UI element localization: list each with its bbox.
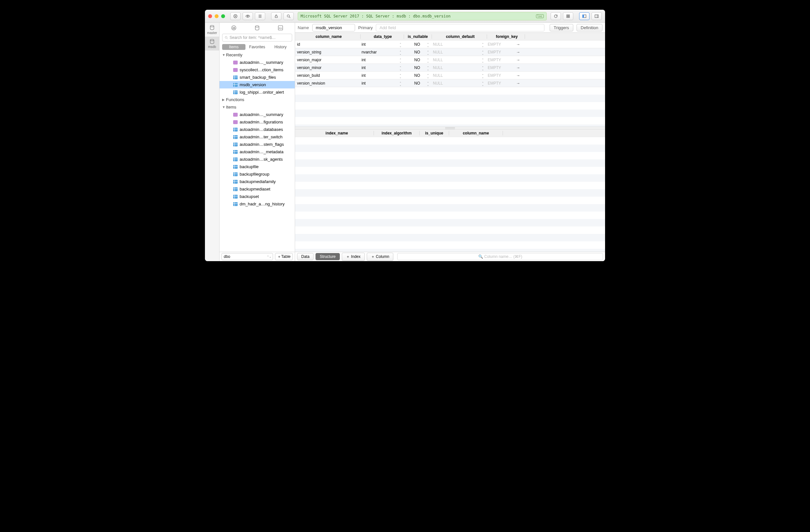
col-h-name[interactable]: column_name xyxy=(295,34,360,39)
column-row[interactable]: version_majorintNONULLEMPTY xyxy=(295,56,605,64)
col-h-nullable[interactable]: is_nullable xyxy=(404,34,432,39)
idx-h-algo[interactable]: index_algorithm xyxy=(374,131,420,135)
default-cell[interactable]: NULL xyxy=(431,50,486,54)
fk-cell[interactable]: EMPTY xyxy=(486,65,523,70)
type-cell[interactable]: int xyxy=(360,73,403,78)
add-index-button[interactable]: ＋ Index xyxy=(342,253,365,261)
type-cell[interactable]: int xyxy=(360,65,403,70)
database-icon[interactable] xyxy=(254,24,260,31)
group-items[interactable]: ▼Items xyxy=(220,103,295,111)
nullable-cell[interactable]: NO xyxy=(403,65,431,70)
type-cell[interactable]: int xyxy=(360,81,403,85)
recent-item[interactable]: msdb_version xyxy=(220,81,295,88)
minimize-window[interactable] xyxy=(215,14,218,18)
list-item[interactable]: backupfile xyxy=(220,163,295,170)
zoom-window[interactable] xyxy=(221,14,225,18)
list-icon[interactable] xyxy=(255,12,265,20)
nullable-cell[interactable]: NO xyxy=(403,42,431,47)
plug-icon[interactable] xyxy=(230,24,237,31)
idx-h-unique[interactable]: is_unique xyxy=(420,131,449,135)
recent-item[interactable]: autoadmin…_summary xyxy=(220,59,295,66)
column-row[interactable]: version_minorintNONULLEMPTY xyxy=(295,64,605,72)
add-column-button[interactable]: ＋ Column xyxy=(367,253,394,261)
list-item[interactable]: backupmediaset xyxy=(220,185,295,193)
group-recently[interactable]: ▼Recently xyxy=(220,51,295,59)
name-input[interactable]: msdb_version xyxy=(312,24,355,31)
primary-label[interactable]: Primary xyxy=(358,25,373,30)
lock-icon[interactable] xyxy=(271,12,281,20)
col-h-type[interactable]: data_type xyxy=(360,34,404,39)
column-filter[interactable]: 🔍 Column name… (⌘F) xyxy=(397,253,603,260)
default-cell[interactable]: NULL xyxy=(431,73,486,78)
fk-cell[interactable]: EMPTY xyxy=(486,42,523,47)
list-item[interactable]: autoadmin…databases xyxy=(220,126,295,133)
schema-combo[interactable]: dbo xyxy=(222,253,273,260)
grid-icon[interactable] xyxy=(563,12,573,20)
rail-db-msdb[interactable]: msdb xyxy=(205,37,219,51)
type-cell[interactable]: int xyxy=(360,42,403,47)
seg-favorites[interactable]: Favorites xyxy=(245,44,269,50)
list-item[interactable]: autoadmin…ter_switch xyxy=(220,133,295,140)
breadcrumb[interactable]: Microsoft SQL Server 2017 : SQL Server :… xyxy=(298,12,547,20)
column-row[interactable]: idintNONULLEMPTY xyxy=(295,40,605,48)
column-row[interactable]: version_stringnvarcharNONULLEMPTY xyxy=(295,48,605,56)
column-row[interactable]: version_buildintNONULLEMPTY xyxy=(295,72,605,79)
sidebar-search[interactable]: Search for item: ^name$… xyxy=(222,34,292,41)
table-icon xyxy=(233,135,238,139)
col-h-fk[interactable]: foreign_key xyxy=(487,34,525,39)
fk-cell[interactable]: EMPTY xyxy=(486,81,523,85)
nullable-cell[interactable]: NO xyxy=(403,50,431,54)
seg-items[interactable]: Items xyxy=(222,44,245,50)
nullable-cell[interactable]: NO xyxy=(403,58,431,62)
type-cell[interactable]: int xyxy=(360,58,403,62)
col-h-default[interactable]: column_default xyxy=(432,34,487,39)
panel-right-icon[interactable] xyxy=(592,12,602,20)
list-item[interactable]: autoadmin…sk_agents xyxy=(220,155,295,163)
default-cell[interactable]: NULL xyxy=(431,58,486,62)
sql-icon[interactable]: SQL xyxy=(277,24,284,31)
definition-button[interactable]: Definition xyxy=(577,24,602,31)
fk-cell[interactable]: EMPTY xyxy=(486,73,523,78)
fk-cell[interactable]: EMPTY xyxy=(486,50,523,54)
close-window[interactable] xyxy=(208,14,212,18)
idx-h-col[interactable]: column_name xyxy=(449,131,503,135)
breadcrumb-text: Microsoft SQL Server 2017 : SQL Server :… xyxy=(301,14,450,18)
fk-cell[interactable]: EMPTY xyxy=(486,58,523,62)
triggers-button[interactable]: Triggers xyxy=(550,24,573,31)
default-cell[interactable]: NULL xyxy=(431,42,486,47)
column-row[interactable]: version_revisionintNONULLEMPTY xyxy=(295,79,605,87)
seg-history[interactable]: History xyxy=(269,44,292,50)
list-item[interactable]: backupfilegroup xyxy=(220,170,295,178)
add-table-button[interactable]: ＋ Table xyxy=(275,253,293,260)
splitter[interactable] xyxy=(295,127,605,129)
refresh-icon[interactable] xyxy=(551,12,561,20)
panel-left-icon[interactable] xyxy=(579,12,589,20)
default-cell[interactable]: NULL xyxy=(431,81,486,85)
list-item[interactable]: autoadmin…stem_flags xyxy=(220,140,295,148)
main-footer: Data Structure ＋ Index ＋ Column 🔍 Column… xyxy=(295,252,605,261)
default-cell[interactable]: NULL xyxy=(431,65,486,70)
rail-db-master[interactable]: master xyxy=(205,23,219,37)
eye-icon[interactable] xyxy=(243,12,253,20)
recent-item[interactable]: log_shippi…onitor_alert xyxy=(220,88,295,96)
rail-label: msdb xyxy=(208,45,216,49)
group-functions[interactable]: ▶Functions xyxy=(220,96,295,103)
list-item[interactable]: autoadmin…_summary xyxy=(220,111,295,118)
search-icon[interactable] xyxy=(284,12,294,20)
nullable-cell[interactable]: NO xyxy=(403,73,431,78)
list-item[interactable]: autoadmin…figurations xyxy=(220,118,295,126)
idx-h-name[interactable]: index_name xyxy=(295,131,374,135)
type-cell[interactable]: nvarchar xyxy=(360,50,403,54)
recent-item[interactable]: syscollect…ction_items xyxy=(220,66,295,73)
list-item[interactable]: autoadmin…_metadata xyxy=(220,148,295,155)
svg-rect-10 xyxy=(595,15,599,17)
list-item[interactable]: backupset xyxy=(220,193,295,200)
add-field-input[interactable]: Add field xyxy=(376,24,544,31)
list-item[interactable]: dm_hadr_a…ng_history xyxy=(220,200,295,208)
list-item[interactable]: backupmediafamily xyxy=(220,178,295,185)
tab-structure[interactable]: Structure xyxy=(315,253,340,260)
nullable-cell[interactable]: NO xyxy=(403,81,431,85)
cancel-icon[interactable] xyxy=(230,12,241,20)
recent-item[interactable]: smart_backup_files xyxy=(220,73,295,81)
tab-data[interactable]: Data xyxy=(297,253,313,260)
